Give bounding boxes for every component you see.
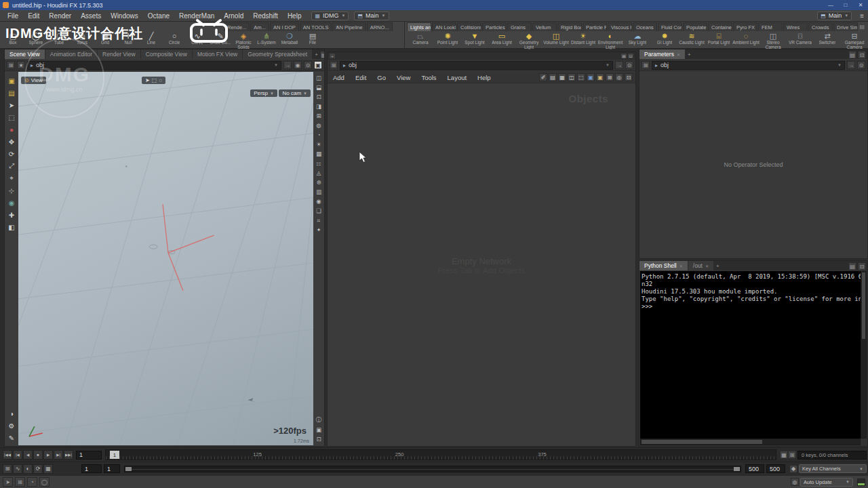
pane-maximize-icon[interactable]: ⊡ (858, 51, 866, 59)
network-menu-item[interactable]: Help (472, 74, 496, 81)
snapshot-icon[interactable]: ⊡ (315, 435, 323, 443)
play-reverse-button[interactable]: ◀ (23, 450, 33, 460)
select-tool-icon[interactable]: ➤ (7, 100, 17, 110)
stop-button[interactable]: ■ (33, 450, 43, 460)
tool-metaball[interactable]: ❍ Metaball (278, 32, 301, 49)
pane-add-tab-button[interactable]: + (714, 262, 722, 270)
menu-item[interactable]: Redshift (248, 12, 283, 20)
network-menu-item[interactable]: Layout (442, 74, 473, 81)
pane-split-icon[interactable]: ⊞ (330, 61, 338, 69)
network-path-combo[interactable]: ▸ obj ▼ (340, 61, 613, 70)
network-split-icon[interactable]: ◫ (568, 73, 576, 81)
menu-item[interactable]: Octane (143, 12, 174, 20)
lighting-icon[interactable]: ☀ (315, 140, 323, 148)
box-mode-icon[interactable]: ⬚ (152, 77, 157, 83)
shelf-menu-icon[interactable]: ▤ (857, 22, 867, 31)
tool-area-light[interactable]: ▭ Area Light (488, 32, 515, 49)
shelf-tab[interactable]: Oceans (633, 22, 657, 31)
loop-mode-icon[interactable]: ⟳ (33, 464, 43, 474)
objects-mode-icon[interactable]: ▣ (7, 76, 17, 85)
tool-stereo-camera[interactable]: ◫ Stereo Camera (760, 32, 787, 49)
network-list-icon[interactable]: ▤ (549, 73, 557, 81)
rotate-tool-icon[interactable]: ⟳ (7, 149, 17, 159)
points-display-icon[interactable]: ⊛ (315, 178, 323, 186)
favorites-icon[interactable]: ★ (17, 61, 25, 69)
jump-forward-icon[interactable]: → (847, 61, 855, 69)
view-grid-icon[interactable]: ⌗ (315, 216, 323, 224)
shelf-tab[interactable]: Am... (250, 22, 269, 31)
shade-mode-icon[interactable]: ◨ (315, 102, 323, 110)
shelf-tab[interactable]: Fluid Con (658, 22, 682, 31)
view-tool-icon[interactable]: ◉ (7, 198, 17, 207)
pane-menu-icon[interactable]: ▤ (848, 51, 856, 59)
playback-range-slider[interactable] (124, 466, 741, 472)
tool-distant-light[interactable]: ☀ Distant Light (570, 32, 597, 49)
pane-add-tab-button[interactable]: + (313, 50, 320, 59)
network-menu-item[interactable]: Edit (350, 74, 372, 81)
prev-key-button[interactable]: |◀ (13, 450, 22, 460)
shelf-tab[interactable]: Rigid Bodies (557, 22, 582, 31)
snapshot-display-icon[interactable]: ❏ (315, 207, 323, 215)
pane-tab[interactable]: Motion FX View (193, 49, 242, 59)
camera-lock-icon[interactable]: ⊡ (315, 93, 323, 101)
grid-toggle-icon[interactable]: ⊞ (315, 112, 323, 120)
playhead[interactable]: 1 (110, 451, 119, 459)
viewport-3d[interactable]: ⊙ View ➤ ⬚ ◌ Persp ▼ No cam ▼ >120fps 1.… (18, 72, 313, 445)
network-menu-item[interactable]: Go (372, 74, 391, 81)
tool-caustic-light[interactable]: ≋ Caustic Light (678, 32, 705, 49)
tool-volume-light[interactable]: ◫ Volume Light (542, 32, 570, 49)
shelf-tab[interactable]: AN TOOLS (300, 22, 332, 31)
current-frame-field[interactable]: 1 (76, 451, 102, 460)
lasso-mode-icon[interactable]: ◌ (159, 77, 162, 83)
network-status-icon[interactable]: ◍ (791, 478, 799, 486)
laser-select-icon[interactable]: ● (7, 125, 17, 134)
pane-split-icon[interactable]: ⊞ (642, 61, 650, 69)
pane-add-tab-button[interactable]: + (686, 50, 693, 59)
pin-icon[interactable]: ⊙ (857, 61, 865, 69)
layout-mode-icon[interactable]: ▤ (7, 88, 17, 98)
shelf-tab[interactable]: Wires (783, 22, 808, 31)
shelf-tab[interactable]: AN LookDev (432, 22, 456, 31)
tool-gamepad-camera[interactable]: ⊟ Gamepad Camera (841, 32, 868, 49)
parameters-path-combo[interactable]: ▸ obj ▼ (652, 61, 845, 70)
keyframe-options-icon[interactable]: ▦ (780, 451, 788, 459)
select-status-icon[interactable]: ➤ (3, 477, 13, 487)
tool-geometry-light[interactable]: ◆ Geometry Light (515, 32, 542, 49)
tool-file[interactable]: ▤ File (301, 32, 324, 49)
network-edit-icon[interactable]: ✐ (539, 73, 547, 81)
motion-path-icon[interactable]: ∿ (13, 464, 22, 474)
perf-monitor-icon[interactable]: ▣ (315, 426, 323, 434)
network-menu-item[interactable]: Add (328, 74, 350, 81)
shelf-tab[interactable]: Populate C (683, 22, 707, 31)
network-grid-icon[interactable]: ▦ (558, 73, 566, 81)
pane-maximize-icon[interactable]: ⊡ (858, 262, 866, 270)
timeline-ruler[interactable]: 125250375 1 (105, 449, 776, 460)
shelf-tab[interactable]: FEM (758, 22, 783, 31)
select-box-icon[interactable]: ⬚ (7, 113, 17, 122)
tool-portal-light[interactable]: ⌻ Portal Light (705, 32, 732, 49)
pane-add-tab-button[interactable]: + (329, 53, 336, 59)
handle-tool-icon[interactable]: ⌖ (7, 174, 17, 183)
tool-point-light[interactable]: ✺ Point Light (434, 32, 461, 49)
menu-item[interactable]: Assets (76, 12, 106, 20)
close-tab-icon[interactable]: ✕ (677, 52, 680, 57)
tool-gi-light[interactable]: ✹ GI Light (651, 32, 678, 49)
shelf-tab[interactable]: Container (708, 22, 732, 31)
layout-single-icon[interactable]: ◫ (315, 74, 323, 82)
close-button[interactable]: ✕ (853, 0, 868, 10)
settings-icon[interactable]: ⚙ (7, 421, 17, 430)
shelf-tab[interactable]: ARNO... (367, 22, 393, 31)
handles-status-icon[interactable]: ⊞ (15, 477, 25, 487)
network-menu-item[interactable]: View (391, 74, 416, 81)
play-button[interactable]: ▶ (43, 450, 53, 460)
tool-environment-light[interactable]: ◐ Environment Light (597, 32, 624, 49)
realtime-toggle-icon[interactable]: ◐ (23, 464, 33, 474)
key-all-channels-dropdown[interactable]: Key All Channels ▼ (799, 464, 867, 473)
shelf-tab[interactable]: Particle Fl (583, 22, 607, 31)
jump-end-button[interactable]: ▶▶| (64, 450, 73, 460)
range-start-field[interactable]: 1 (81, 464, 102, 473)
shelf-tab[interactable]: Collisions (457, 22, 481, 31)
tool-circle[interactable]: ○ Circle (163, 32, 186, 49)
network-canvas[interactable]: Objects Empty Network Press Tab to Add O… (328, 83, 635, 446)
material-icon[interactable]: ⚏ (315, 159, 323, 167)
